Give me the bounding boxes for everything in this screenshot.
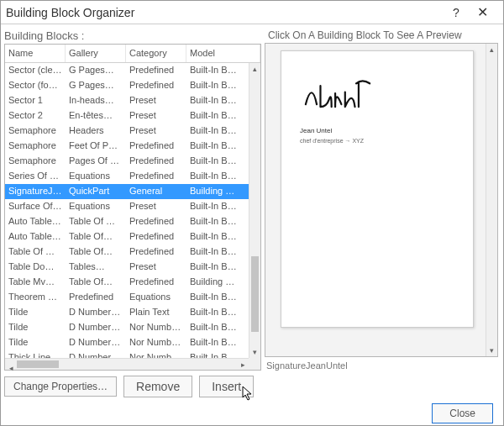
- signature-name: Jean Untel: [300, 127, 458, 134]
- right-panel: Click On A Building Block To See A Previ…: [261, 24, 503, 371]
- cell-name: Table Do…: [5, 260, 66, 275]
- table-row[interactable]: Sector 2En-têtes…PresetBuilt-In B…: [5, 108, 249, 124]
- cell-model: Building …: [186, 275, 249, 290]
- table-row[interactable]: Table Of M…Table Of…PredefinedBuilt-In B…: [5, 245, 249, 260]
- table-row[interactable]: SemaphorePages Of G…PredefinedBuilt-In B…: [5, 154, 249, 169]
- cell-gallery: Table Of…: [66, 229, 126, 245]
- cell-category: Equations: [126, 290, 186, 305]
- table-row[interactable]: Sector (clear)G Pages…PredefinedBuilt-In…: [5, 63, 249, 78]
- table-row[interactable]: Sector (fo…G Pages…PredefinedBuilt-In B…: [5, 78, 249, 93]
- cell-name: Auto Table…: [5, 214, 66, 229]
- cell-gallery: D Numbers…: [66, 320, 126, 335]
- cell-model: Built-In B…: [186, 63, 249, 78]
- table-row[interactable]: SemaphoreFeet Of P…PredefinedBuilt-In B…: [5, 139, 249, 154]
- table-row[interactable]: Auto Table…Table Of …PredefinedBuilt-In …: [5, 214, 249, 229]
- col-header-category[interactable]: Category: [126, 45, 186, 62]
- preview-area: Jean Untel chef d'entreprise → XYZ ▴ ▾: [265, 43, 498, 357]
- close-icon[interactable]: ✕: [468, 4, 496, 20]
- col-header-name[interactable]: Name: [5, 45, 66, 62]
- preview-scrollbar[interactable]: ▴ ▾: [486, 44, 497, 356]
- cell-name: Surface Of The …: [5, 199, 66, 214]
- table-row[interactable]: Sector 1In-heads…PresetBuilt-In B…: [5, 93, 249, 108]
- preview-label: Click On A Building Block To See A Previ…: [265, 24, 498, 43]
- cell-gallery: Table Of …: [66, 214, 126, 229]
- cell-category: Predefined: [126, 275, 186, 290]
- remove-button[interactable]: Remove: [123, 376, 192, 397]
- cell-category: Nor Number…: [126, 350, 186, 358]
- scroll-corner: [249, 358, 260, 370]
- horizontal-scrollbar[interactable]: ◂ ▸: [5, 358, 249, 370]
- cell-category: Plain Text: [126, 305, 186, 320]
- cell-gallery: Equations: [66, 169, 126, 184]
- cell-model: Built-In B…: [186, 260, 249, 275]
- table-row[interactable]: TildeD Numbers…Nor Number…Built-In B…: [5, 320, 249, 335]
- preview-scroll-down-icon[interactable]: ▾: [486, 344, 497, 356]
- titlebar: Building Block Organizer ? ✕: [1, 1, 503, 24]
- cell-name: Sector (fo…: [5, 78, 66, 93]
- cell-name: Table Mv…: [5, 275, 66, 290]
- scroll-right-icon[interactable]: ▸: [237, 359, 249, 371]
- preview-scroll-up-icon[interactable]: ▴: [486, 44, 497, 55]
- cell-gallery: G Pages…: [66, 63, 126, 78]
- col-header-gallery[interactable]: Gallery: [66, 45, 126, 62]
- table-row[interactable]: TildeD Numbers…Nor Number…Built-In B…: [5, 335, 249, 350]
- col-header-model[interactable]: Model: [186, 45, 260, 62]
- building-blocks-table: Name Gallery Category Model Sector (clea…: [4, 44, 261, 371]
- cell-category: Preset: [126, 93, 186, 108]
- table-row[interactable]: SignatureJe…QuickPartGeneralBuilding …: [5, 184, 249, 199]
- cell-model: Built-In B…: [186, 245, 249, 260]
- help-button[interactable]: ?: [444, 6, 468, 19]
- cell-name: SignatureJe…: [5, 184, 66, 199]
- cell-gallery: En-têtes…: [66, 108, 126, 124]
- cell-model: Built-In B…: [186, 108, 249, 124]
- cursor-icon: [242, 386, 254, 404]
- cell-model: Built-In B…: [186, 78, 249, 93]
- cell-gallery: D Numbers…: [66, 305, 126, 320]
- cell-category: Predefined: [126, 169, 186, 184]
- cell-name: Table Of M…: [5, 245, 66, 260]
- cell-gallery: In-heads…: [66, 93, 126, 108]
- preview-caption: SignatureJeanUntel: [265, 357, 498, 371]
- cell-name: Tilde: [5, 305, 66, 320]
- scroll-down-icon[interactable]: ▾: [249, 346, 260, 358]
- cell-name: Tilde: [5, 320, 66, 335]
- cell-name: Semaphore: [5, 139, 66, 154]
- cell-category: Nor Number…: [126, 335, 186, 350]
- table-row[interactable]: Surface Of The …EquationsPresetBuilt-In …: [5, 199, 249, 214]
- table-row[interactable]: Theorem D…PredefinedEquationsBuilt-In B…: [5, 290, 249, 305]
- table-row[interactable]: Table Mv…Table Of…PredefinedBuilding …: [5, 275, 249, 290]
- cell-name: Semaphore: [5, 124, 66, 139]
- table-body: Sector (clear)G Pages…PredefinedBuilt-In…: [5, 63, 249, 358]
- cell-gallery: Pages Of G…: [66, 154, 126, 169]
- close-button[interactable]: Close: [432, 403, 493, 423]
- cell-gallery: QuickPart: [66, 184, 126, 199]
- table-row[interactable]: TildeD Numbers…Plain TextBuilt-In B…: [5, 305, 249, 320]
- cell-name: Auto Table…: [5, 229, 66, 245]
- change-properties-button[interactable]: Change Properties…: [4, 376, 117, 397]
- titlebar-title: Building Block Organizer: [6, 6, 444, 19]
- hscroll-thumb[interactable]: [17, 360, 59, 368]
- cell-category: Preset: [126, 124, 186, 139]
- cell-gallery: D Numbers…: [66, 335, 126, 350]
- cell-category: Predefined: [126, 214, 186, 229]
- preview-page: Jean Untel chef d'entreprise → XYZ: [281, 50, 474, 328]
- signature-icon: [300, 75, 375, 112]
- cell-category: Predefined: [126, 78, 186, 93]
- cell-gallery: Table Of…: [66, 245, 126, 260]
- vertical-scrollbar[interactable]: ▴ ▾: [249, 63, 260, 358]
- scroll-left-icon[interactable]: ◂: [5, 362, 17, 374]
- scroll-thumb[interactable]: [251, 256, 259, 332]
- table-row[interactable]: SemaphoreHeadersPresetBuilt-In B…: [5, 124, 249, 139]
- table-row[interactable]: Table Do…Tables…PresetBuilt-In B…: [5, 260, 249, 275]
- cell-model: Built-In B…: [186, 290, 249, 305]
- table-header: Name Gallery Category Model: [5, 45, 260, 63]
- left-panel: Building Blocks : Name Gallery Category …: [1, 24, 261, 371]
- cell-name: Semaphore: [5, 154, 66, 169]
- cell-category: Nor Number…: [126, 320, 186, 335]
- table-row[interactable]: Auto Table…Table Of…PredefinedBuilt-In B…: [5, 229, 249, 245]
- table-row[interactable]: Series Of Fo…EquationsPredefinedBuilt-In…: [5, 169, 249, 184]
- cell-model: Built-In B…: [186, 320, 249, 335]
- cell-name: Series Of Fo…: [5, 169, 66, 184]
- scroll-up-icon[interactable]: ▴: [249, 63, 260, 75]
- table-row[interactable]: Thick LineD Numbers…Nor Number…Built-In …: [5, 350, 249, 358]
